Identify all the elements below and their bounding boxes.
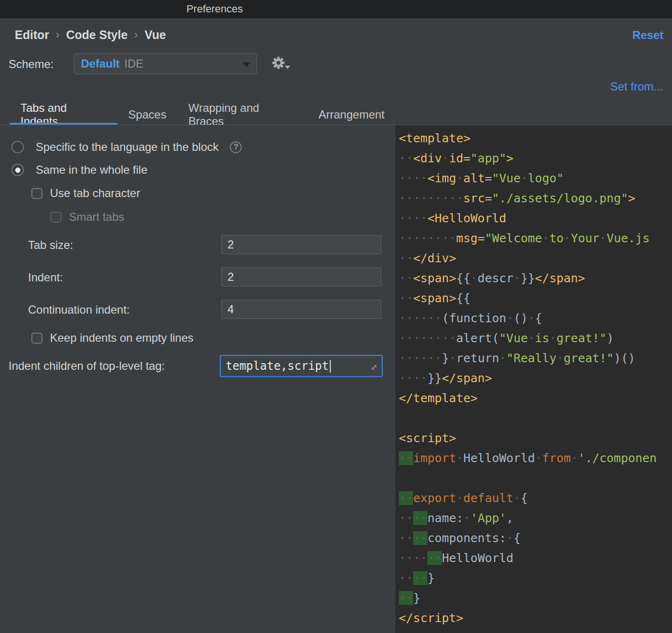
- help-icon[interactable]: ?: [230, 141, 242, 153]
- scheme-ide-badge: IDE: [124, 57, 143, 70]
- scheme-label: Scheme:: [9, 58, 54, 71]
- checkbox-use-tab-character[interactable]: [31, 188, 42, 199]
- indent-input[interactable]: [221, 267, 381, 287]
- indent-label: Indent:: [28, 271, 63, 284]
- chevron-right-icon: ›: [134, 29, 138, 41]
- radio-specific-language[interactable]: [11, 141, 24, 153]
- titlebar: Preferences: [0, 0, 672, 18]
- chevron-right-icon: ›: [56, 29, 59, 41]
- tab-label: Wrapping and Braces: [188, 101, 297, 128]
- checkbox-row-keep-indents: Keep indents on empty lines: [31, 331, 194, 345]
- tab-label: Tabs and Indents: [20, 101, 107, 128]
- tab-arrangement[interactable]: Arrangement: [307, 105, 395, 125]
- scheme-settings-button[interactable]: [272, 56, 293, 72]
- radio-whole-file-label: Same in the whole file: [36, 163, 148, 177]
- breadcrumb-code-style[interactable]: Code Style: [66, 28, 128, 42]
- checkbox-smart-tabs[interactable]: [50, 212, 61, 223]
- indent-children-input[interactable]: template,script: [220, 355, 383, 377]
- indent-children-label: Indent children of top-level tag:: [9, 359, 165, 373]
- breadcrumb: Editor › Code Style › Vue: [15, 27, 166, 42]
- keep-indents-label: Keep indents on empty lines: [50, 331, 194, 345]
- tab-wrapping-and-braces[interactable]: Wrapping and Braces: [178, 105, 308, 125]
- checkbox-row-smart-tabs: Smart tabs: [50, 210, 124, 224]
- chevron-down-icon: [285, 66, 290, 69]
- tab-tabs-and-indents[interactable]: Tabs and Indents: [10, 105, 118, 125]
- checkbox-keep-indents[interactable]: [31, 333, 42, 344]
- window-title: Preferences: [0, 0, 429, 18]
- use-tab-character-label: Use tab character: [50, 187, 140, 200]
- expand-field-icon[interactable]: [369, 363, 379, 374]
- radio-same-whole-file[interactable]: [11, 164, 24, 176]
- reset-link[interactable]: Reset: [632, 29, 663, 42]
- tab-label: Spaces: [128, 108, 167, 121]
- preferences-window: Preferences Editor › Code Style › Vue Re…: [0, 0, 672, 633]
- tab-label: Arrangement: [318, 108, 385, 121]
- scheme-dropdown[interactable]: Default IDE: [74, 53, 257, 74]
- tab-spaces[interactable]: Spaces: [118, 105, 178, 125]
- set-from-link[interactable]: Set from...: [610, 80, 663, 93]
- radio-row-specific-language: Specific to the language in the block ?: [11, 140, 242, 154]
- text-cursor: [330, 360, 331, 373]
- code-preview-panel: <template>··<div·id="app">····<img·alt="…: [395, 125, 672, 633]
- breadcrumb-vue: Vue: [145, 28, 166, 42]
- smart-tabs-label: Smart tabs: [69, 210, 124, 224]
- radio-row-whole-file: Same in the whole file: [11, 163, 148, 177]
- scheme-selected-value: Default: [81, 57, 119, 70]
- checkbox-row-use-tab: Use tab character: [31, 187, 140, 200]
- tab-size-label: Tab size:: [28, 238, 73, 252]
- code-editor: <template>··<div·id="app">····<img·alt="…: [395, 125, 672, 628]
- code-style-tabs: Tabs and Indents Spaces Wrapping and Bra…: [0, 105, 395, 125]
- tabs-and-indents-settings-panel: Specific to the language in the block ? …: [0, 125, 395, 633]
- breadcrumb-editor[interactable]: Editor: [15, 28, 49, 42]
- continuation-indent-input[interactable]: [221, 300, 381, 319]
- indent-children-value: template,script: [226, 359, 329, 373]
- radio-selected-dot: [15, 168, 20, 173]
- chevron-down-icon: [243, 62, 250, 67]
- radio-specific-language-label: Specific to the language in the block: [36, 140, 218, 154]
- gear-icon: [272, 56, 285, 69]
- tab-size-input[interactable]: [221, 235, 381, 254]
- continuation-indent-label: Continuation indent:: [28, 303, 130, 316]
